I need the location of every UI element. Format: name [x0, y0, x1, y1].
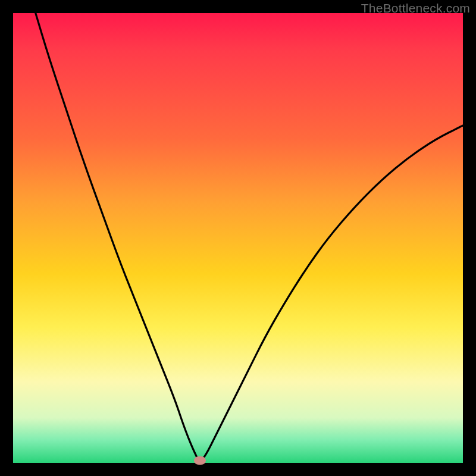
minimum-marker: [194, 456, 206, 465]
plot-area: [13, 13, 463, 463]
watermark-text: TheBottleneck.com: [361, 1, 470, 15]
bottleneck-curve: [13, 13, 463, 463]
chart-frame: TheBottleneck.com: [0, 0, 476, 476]
